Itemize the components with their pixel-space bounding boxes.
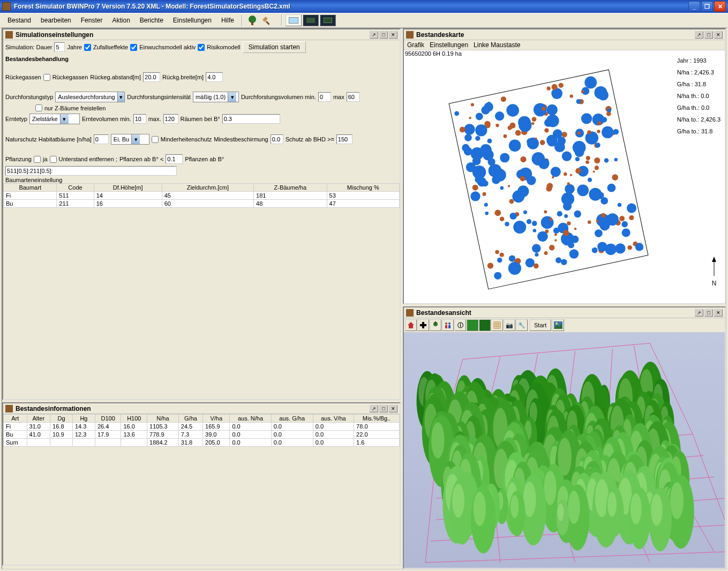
map-area[interactable]: 95650200 6H 0.19 ha Jahr : 1993 N/ha : 2… <box>404 50 725 303</box>
durchforstungsvolumen-max-input[interactable] <box>347 92 359 102</box>
erntevolumen-max-input[interactable] <box>163 114 178 124</box>
raeumen-input[interactable] <box>222 114 280 124</box>
svg-point-6 <box>588 220 591 223</box>
chevron-down-icon[interactable]: ▾ <box>228 92 236 102</box>
svg-point-120 <box>494 272 501 280</box>
tree-icon[interactable] <box>430 319 441 331</box>
erntetyp-combo[interactable]: Zielstärke▾ <box>29 114 80 124</box>
svg-point-219 <box>542 107 546 111</box>
rueckg-breite-input[interactable] <box>206 72 223 82</box>
cross-icon[interactable] <box>417 319 429 331</box>
column-header: aus. N/ha <box>230 415 271 423</box>
panel-maximize-icon[interactable]: □ <box>379 31 388 39</box>
menu-berichte[interactable]: Berichte <box>136 14 168 26</box>
map-menu-linke-maustaste[interactable]: Linke Maustaste <box>474 41 520 49</box>
thumb-3-icon[interactable] <box>320 14 336 26</box>
mindestbeschirmung-input[interactable] <box>271 134 283 144</box>
durchforstungstyp-combo[interactable]: Auslesedurchforstung▾ <box>55 92 125 102</box>
table-row[interactable]: Bu21116604847 <box>4 200 400 208</box>
naturschutz-input[interactable] <box>94 134 109 144</box>
rueckeg-abstand-input[interactable] <box>143 72 160 82</box>
tree-icon[interactable] <box>246 14 259 27</box>
maximize-button[interactable]: ❐ <box>701 1 713 12</box>
thumb-2-icon[interactable] <box>303 14 319 26</box>
durchforstungsvolumen-min-input[interactable] <box>318 92 331 102</box>
3d-view[interactable] <box>404 333 725 568</box>
menu-bestand[interactable]: Bestand <box>3 14 35 26</box>
panel-minimize-icon[interactable]: ↗ <box>695 31 703 39</box>
menu-aktion[interactable]: Aktion <box>108 14 134 26</box>
svg-point-212 <box>581 91 584 93</box>
info-icon[interactable]: ⓘ <box>454 319 466 331</box>
panel-minimize-icon[interactable]: ↗ <box>370 405 378 412</box>
panel-minimize-icon[interactable]: ↗ <box>370 31 378 39</box>
svg-point-81 <box>500 253 504 257</box>
minderheitenschutz-checkbox[interactable] <box>152 136 159 143</box>
panel-maximize-icon[interactable]: □ <box>704 309 713 317</box>
wrench-icon[interactable]: 🔧 <box>516 319 528 331</box>
svg-point-209 <box>575 147 584 157</box>
column-header: aus. V/ha <box>313 415 354 423</box>
chevron-down-icon[interactable]: ▾ <box>60 114 69 124</box>
schutz-bhd-input[interactable] <box>336 134 352 144</box>
table-row[interactable]: Fi31.016.814.326.416.01105.324.5165.90.0… <box>4 423 400 431</box>
people-icon[interactable] <box>442 319 454 331</box>
panel-title: Bestandeskarte <box>416 31 694 39</box>
pflanzen-ab-input[interactable] <box>166 154 183 164</box>
simulation-starten-button[interactable]: Simulation starten <box>243 41 306 53</box>
close-button[interactable]: ✕ <box>714 1 726 12</box>
svg-point-37 <box>515 130 521 136</box>
rueckegassen-checkbox[interactable] <box>43 74 50 81</box>
durchforstungsintensitaet-combo[interactable]: mäßig (1.0)▾ <box>193 92 239 102</box>
panel-maximize-icon[interactable]: □ <box>704 31 713 39</box>
axe-icon[interactable] <box>260 14 273 27</box>
panel-icon <box>5 405 13 412</box>
table-row[interactable]: Sum1884.231.8205.00.00.00.01.6 <box>4 439 400 447</box>
eibu-combo[interactable]: Ei, Bu▾ <box>111 134 149 145</box>
panel-minimize-icon[interactable]: ↗ <box>695 309 703 317</box>
panel-maximize-icon[interactable]: □ <box>379 405 388 412</box>
svg-point-176 <box>547 183 553 190</box>
table-row[interactable]: Fi511144518153 <box>4 192 400 200</box>
menu-bearbeiten[interactable]: bearbeiten <box>36 14 76 26</box>
start-button[interactable]: Start <box>529 319 551 331</box>
minimize-button[interactable]: _ <box>688 1 700 12</box>
panel-close-icon[interactable]: ✕ <box>389 31 397 39</box>
panel-close-icon[interactable]: ✕ <box>389 405 397 412</box>
green-2-icon[interactable] <box>479 319 491 331</box>
svg-point-618 <box>670 482 684 519</box>
panel-header: Simulationseinstellungen ↗ □ ✕ <box>3 29 400 40</box>
risikomodell-checkbox[interactable] <box>198 44 205 51</box>
panel-close-icon[interactable]: ✕ <box>714 31 723 39</box>
map-menu-einstellungen[interactable]: Einstellungen <box>430 41 468 49</box>
svg-point-87 <box>494 210 501 216</box>
camera-icon[interactable]: 📷 <box>504 319 515 331</box>
image-icon[interactable] <box>552 319 564 331</box>
zufallseffekte-checkbox[interactable] <box>84 44 91 51</box>
svg-point-36 <box>574 211 581 218</box>
table-row[interactable]: Bu41.010.912.317.913.6778.97.339.00.00.0… <box>4 431 400 439</box>
erntevolumen-min-input[interactable] <box>133 114 146 124</box>
house-icon[interactable] <box>405 319 417 331</box>
svg-point-148 <box>508 262 521 275</box>
svg-point-35 <box>475 136 480 141</box>
svg-point-216 <box>535 138 537 140</box>
chevron-down-icon[interactable]: ▾ <box>117 92 125 102</box>
unterstand-entfernen-checkbox[interactable] <box>50 156 57 163</box>
dauer-input[interactable] <box>54 42 65 52</box>
menu-hilfe[interactable]: Hilfe <box>217 14 238 26</box>
column-header: V/ha <box>203 415 230 423</box>
green-1-icon[interactable] <box>467 319 478 331</box>
menu-fenster[interactable]: Fenster <box>77 14 107 26</box>
pflanzen-textbox[interactable] <box>5 166 177 176</box>
pflanzung-ja-checkbox[interactable] <box>34 156 41 163</box>
grid-icon[interactable] <box>491 319 503 331</box>
nur-z-baeume-checkbox[interactable] <box>35 104 42 111</box>
chevron-down-icon[interactable]: ▾ <box>131 134 140 144</box>
menu-einstellungen[interactable]: Einstellungen <box>169 14 216 26</box>
panel-close-icon[interactable]: ✕ <box>714 309 723 317</box>
einwuchsmodell-checkbox[interactable] <box>130 44 137 51</box>
thumb-1-icon[interactable] <box>286 14 302 26</box>
svg-point-69 <box>622 228 631 237</box>
map-menu-grafik[interactable]: Grafik <box>407 41 424 49</box>
